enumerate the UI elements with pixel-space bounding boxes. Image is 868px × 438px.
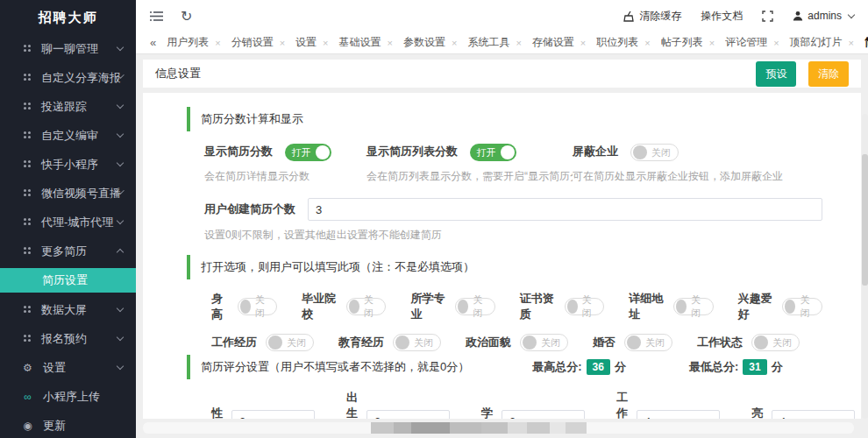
tab-distribution-settings[interactable]: 分销设置× — [231, 35, 285, 50]
field-toggle[interactable]: 关闭 — [624, 334, 672, 351]
field-label: 身高 — [211, 291, 229, 322]
tab-parameter-settings[interactable]: 参数设置× — [403, 35, 457, 50]
sidebar-item-data-screen[interactable]: 数据大屏 — [0, 295, 136, 324]
score-unit: 分 — [615, 359, 626, 375]
sidebar-item-kuaishou-miniprogram[interactable]: 快手小程序 — [0, 150, 136, 179]
field-label: 工作经历 — [211, 335, 257, 350]
tab-label: 存储设置 — [532, 35, 574, 50]
field-toggle[interactable]: 关闭 — [565, 298, 605, 315]
close-icon[interactable]: × — [580, 38, 586, 48]
chevron-down-icon — [117, 131, 124, 138]
sidebar-item-settings[interactable]: ⚙ 设置 — [0, 353, 136, 382]
score-input-highlights[interactable] — [772, 410, 855, 419]
preset-button[interactable]: 预设 — [756, 61, 796, 87]
scoring-row-1: 性别 出生年份 学历 工作经验 亮点 — [211, 390, 822, 419]
score-input-birth-year[interactable] — [366, 410, 450, 419]
vertical-scrollbar[interactable] — [862, 114, 868, 419]
optional-field-certificates: 证书资质关闭 — [520, 291, 604, 322]
optional-field-hobbies: 兴趣爱好关闭 — [738, 291, 822, 322]
clear-button[interactable]: 清除 — [808, 61, 849, 87]
close-icon[interactable]: × — [644, 38, 650, 48]
toggle-block-company[interactable]: 关闭 — [630, 144, 679, 161]
sidebar-item-wechat-live[interactable]: 微信视频号直播 — [0, 179, 136, 208]
score-input-education[interactable] — [502, 410, 585, 419]
field-label: 毕业院校 — [302, 291, 338, 322]
score-field-birth-year: 出生年份 — [346, 390, 450, 419]
sidebar-item-label: 设置 — [43, 360, 117, 376]
sidebar-item-custom-review[interactable]: 自定义编审 — [0, 121, 136, 150]
vertical-scrollbar-thumb[interactable] — [862, 154, 868, 286]
tab-position-list[interactable]: 职位列表× — [596, 35, 650, 50]
collapse-menu-icon[interactable] — [150, 11, 163, 22]
module-icon — [24, 247, 32, 255]
close-icon[interactable]: × — [452, 38, 457, 48]
field-label: 工作经验 — [616, 390, 628, 419]
horizontal-scrollbar[interactable] — [143, 422, 854, 434]
toggle-knob — [349, 300, 359, 314]
fullscreen-button[interactable] — [762, 11, 773, 22]
resume-limit-input[interactable] — [308, 198, 822, 221]
field-toggle[interactable]: 关闭 — [751, 334, 800, 351]
close-icon[interactable]: × — [323, 38, 328, 48]
tab-system-tools[interactable]: 系统工具× — [467, 35, 521, 50]
sidebar-item-miniprogram-upload[interactable]: ∞ 小程序上传 — [0, 382, 136, 411]
sidebar-item-resume-settings-active[interactable]: 简历设置 — [0, 268, 136, 293]
sidebar-item-share-poster[interactable]: 自定义分享海报 — [0, 63, 136, 92]
field-toggle[interactable]: 关闭 — [455, 298, 495, 315]
close-icon[interactable]: × — [773, 38, 779, 48]
field-toggle[interactable]: 关闭 — [393, 334, 441, 351]
tab-top-slideshow[interactable]: 顶部幻灯片× — [790, 35, 854, 50]
field-toggle[interactable]: 关闭 — [238, 298, 277, 315]
sidebar-item-update[interactable]: ◉ 更新 — [0, 411, 136, 438]
sidebar-item-delivery-tracking[interactable]: 投递跟踪 — [0, 92, 136, 121]
toggle-state-label: 关闭 — [364, 293, 379, 320]
top-bar: ↻ 清除缓存 操作文档 admins — [136, 0, 868, 32]
tab-user-list[interactable]: 用户列表× — [167, 35, 220, 50]
field-toggle[interactable]: 关闭 — [673, 298, 714, 315]
refresh-icon[interactable]: ↻ — [181, 8, 192, 25]
tab-comment-management[interactable]: 评论管理× — [725, 35, 779, 50]
tab-storage-settings[interactable]: 存储设置× — [532, 35, 586, 50]
page-title: 信息设置 — [155, 66, 201, 81]
close-icon[interactable]: × — [849, 38, 854, 48]
sidebar-item-chat-management[interactable]: 聊一聊管理 — [0, 34, 136, 63]
close-icon[interactable]: × — [215, 38, 220, 48]
close-icon[interactable]: × — [709, 38, 715, 48]
sidebar-item-signup-booking[interactable]: 报名预约 — [0, 324, 136, 353]
tabs-scroll-left-icon[interactable]: « — [150, 36, 156, 49]
user-menu[interactable]: admins — [793, 10, 854, 22]
field-toggle[interactable]: 关闭 — [346, 298, 387, 315]
close-icon[interactable]: × — [388, 38, 393, 48]
score-field-education: 学历 — [481, 406, 585, 419]
tab-post-list[interactable]: 帖子列表× — [661, 35, 715, 50]
field-toggle[interactable]: 关闭 — [520, 334, 568, 351]
field-label: 兴趣爱好 — [738, 291, 774, 322]
toggle-knob — [754, 336, 768, 350]
tab-resume-settings-active[interactable]: 简历设 — [864, 35, 868, 50]
tab-label: 基础设置 — [339, 35, 381, 50]
sidebar-item-label: 投递跟踪 — [41, 99, 117, 115]
sidebar-item-more-resume[interactable]: 更多简历 — [0, 237, 136, 265]
sidebar-item-city-agent[interactable]: 代理-城市代理 — [0, 208, 136, 237]
toggle-field-show-score: 显示简历分数 打开 — [204, 144, 366, 161]
close-icon[interactable]: × — [280, 38, 285, 48]
score-input-gender[interactable] — [231, 410, 315, 419]
score-input-experience[interactable] — [637, 410, 720, 419]
section-title-scoring: 简历评分设置（用户不填写或者不选择的，就是0分） 最高总分: 36 分 最低总分… — [187, 355, 822, 379]
toggle-show-resume-score[interactable]: 打开 — [285, 144, 331, 161]
horizontal-scrollbar-thumb-pixelated[interactable] — [371, 422, 587, 434]
sidebar-item-label: 更多简历 — [41, 244, 117, 259]
toggle-show-list-score[interactable]: 打开 — [470, 144, 516, 161]
docs-link[interactable]: 操作文档 — [701, 9, 743, 24]
clear-cache-button[interactable]: 清除缓存 — [623, 9, 681, 24]
module-icon — [24, 189, 32, 197]
field-label: 出生年份 — [346, 390, 358, 419]
close-icon[interactable]: × — [516, 38, 521, 48]
tab-basic-settings[interactable]: 基础设置× — [339, 35, 393, 50]
field-label: 用户创建简历个数 — [204, 201, 295, 217]
field-toggle[interactable]: 关闭 — [782, 298, 822, 315]
field-toggle[interactable]: 关闭 — [266, 334, 314, 351]
field-label: 证书资质 — [520, 291, 556, 322]
tab-settings[interactable]: 设置× — [295, 35, 328, 50]
user-icon — [793, 11, 803, 21]
